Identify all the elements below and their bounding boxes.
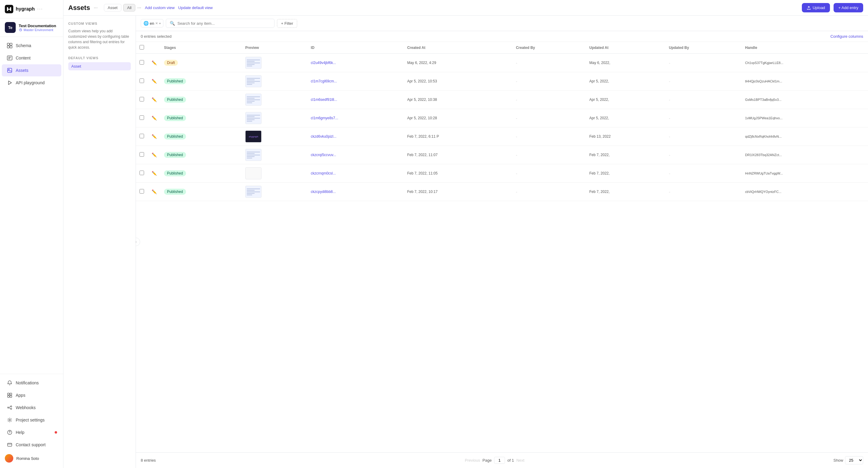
locale-chevron-icon[interactable]: ▾ <box>159 22 161 25</box>
user-item[interactable]: Romina Soto <box>0 451 63 466</box>
locale-code: en <box>150 21 154 26</box>
table-row: ✏️Published ckzcpydi8bb8...Feb 7, 2022, … <box>136 183 868 201</box>
row-edit-cell[interactable]: ✏️ <box>148 164 160 183</box>
sidebar-item-project-settings[interactable]: Project settings <box>2 414 61 426</box>
per-page-select[interactable]: 25 50 100 <box>845 456 863 464</box>
tab-all[interactable]: All <box>123 4 135 11</box>
view-item-asset[interactable]: Asset <box>68 62 131 70</box>
custom-views-title: CUSTOM VIEWS <box>68 22 131 25</box>
row-edit-cell[interactable]: ✏️ <box>148 91 160 109</box>
page-number-input[interactable] <box>494 457 505 464</box>
edit-icon[interactable]: ✏️ <box>152 97 157 102</box>
sidebar-item-label-apps: Apps <box>16 393 25 398</box>
sidebar-item-contact-support[interactable]: Contact support <box>2 439 61 451</box>
row-checkbox[interactable] <box>140 170 144 175</box>
filter-button[interactable]: + Filter <box>277 19 297 28</box>
locale-close-button[interactable]: ✕ <box>155 22 158 25</box>
row-preview-cell <box>242 164 307 183</box>
sidebar-item-api[interactable]: API playground <box>2 77 61 89</box>
add-custom-view-link[interactable]: Add custom view <box>145 5 175 10</box>
row-checkbox-cell[interactable] <box>136 146 148 164</box>
custom-views-description: Custom views help you add customized vie… <box>68 28 131 50</box>
row-edit-cell[interactable]: ✏️ <box>148 183 160 201</box>
row-created-by-cell: - <box>512 127 586 146</box>
row-checkbox-cell[interactable] <box>136 164 148 183</box>
row-stage-cell: Published <box>160 127 242 146</box>
row-id-cell: ckzcrnqm0csl... <box>307 164 403 183</box>
svg-rect-1 <box>7 43 9 45</box>
preview-thumbnail <box>245 149 261 161</box>
row-checkbox[interactable] <box>140 97 144 101</box>
edit-icon[interactable]: ✏️ <box>152 171 157 176</box>
select-all-checkbox[interactable] <box>140 45 144 50</box>
sidebar-item-content[interactable]: Content <box>2 52 61 64</box>
row-checkbox-cell[interactable] <box>136 91 148 109</box>
sidebar-item-assets[interactable]: Assets <box>2 64 61 76</box>
col-header-updated-at: Updated At <box>586 42 665 54</box>
edit-icon[interactable]: ✏️ <box>152 60 157 65</box>
add-entry-button[interactable]: + Add entry <box>834 3 863 12</box>
user-name: Romina Soto <box>16 456 39 461</box>
row-updated-at-cell: Feb 7, 2022, <box>586 183 665 201</box>
row-checkbox-cell[interactable] <box>136 72 148 91</box>
svg-rect-10 <box>7 396 9 397</box>
stage-badge: Published <box>164 78 186 84</box>
row-stage-cell: Published <box>160 72 242 91</box>
edit-icon[interactable]: ✏️ <box>152 79 157 84</box>
locale-selector[interactable]: 🌐 en ✕ ▾ <box>141 19 163 28</box>
table-body: ✏️Draft cl2u49v4jbf6k...May 6, 2022, 4:2… <box>136 54 868 201</box>
tabs-more[interactable]: ··· <box>137 5 141 10</box>
row-created-at-cell: May 6, 2022, 4:29 <box>403 54 512 72</box>
row-checkbox-cell[interactable] <box>136 54 148 72</box>
page-title-dots[interactable]: ··· <box>94 5 98 10</box>
row-edit-cell[interactable]: ✏️ <box>148 72 160 91</box>
header-tabs: Asset All ··· <box>104 4 141 11</box>
row-checkbox[interactable] <box>140 79 144 83</box>
row-checkbox[interactable] <box>140 152 144 157</box>
update-default-view-link[interactable]: Update default view <box>178 5 213 10</box>
row-checkbox[interactable] <box>140 115 144 120</box>
row-handle-cell: qdZj8cNxRqKhohh8vN... <box>741 127 868 146</box>
table-row: ✏️Published cl1m6sedf91l8...Apr 5, 2022,… <box>136 91 868 109</box>
workspace-section[interactable]: Te Test Documentation Master Environment <box>0 19 63 37</box>
stage-badge: Published <box>164 152 186 158</box>
upload-icon <box>807 6 811 10</box>
edit-icon[interactable]: ✏️ <box>152 116 157 121</box>
row-edit-cell[interactable]: ✏️ <box>148 127 160 146</box>
app-dots[interactable]: ··· <box>37 6 43 12</box>
row-checkbox[interactable] <box>140 189 144 193</box>
row-checkbox-cell[interactable] <box>136 109 148 127</box>
col-header-created-by: Created By <box>512 42 586 54</box>
select-all-header[interactable] <box>136 42 148 54</box>
search-box[interactable]: 🔍 <box>166 19 275 28</box>
next-page-link[interactable]: Next <box>517 458 525 463</box>
row-checkbox[interactable] <box>140 134 144 138</box>
sidebar-item-label-webhooks: Webhooks <box>16 405 36 410</box>
svg-point-15 <box>9 419 10 421</box>
previous-page-link[interactable]: Previous <box>465 458 480 463</box>
edit-icon[interactable]: ✏️ <box>152 189 157 194</box>
row-handle-cell: DR1IX283Tbq32ANZct... <box>741 146 868 164</box>
row-edit-cell[interactable]: ✏️ <box>148 54 160 72</box>
sidebar-item-help[interactable]: Help <box>2 426 61 438</box>
workspace-name: Test Documentation <box>19 24 56 28</box>
row-checkbox-cell[interactable] <box>136 127 148 146</box>
search-input[interactable] <box>177 21 271 26</box>
sidebar-item-apps[interactable]: Apps <box>2 389 61 401</box>
stage-badge: Published <box>164 133 186 139</box>
row-checkbox[interactable] <box>140 60 144 65</box>
table-row: ✏️Publishedckzcrnqm0csl...Feb 7, 2022, 1… <box>136 164 868 183</box>
row-checkbox-cell[interactable] <box>136 183 148 201</box>
table-header-row: Stages Preview ID Created At Created By … <box>136 42 868 54</box>
row-edit-cell[interactable]: ✏️ <box>148 146 160 164</box>
sidebar-item-schema[interactable]: Schema <box>2 39 61 52</box>
upload-button[interactable]: Upload <box>802 3 830 12</box>
row-edit-cell[interactable]: ✏️ <box>148 109 160 127</box>
sidebar-item-notifications[interactable]: Notifications <box>2 377 61 389</box>
edit-icon[interactable]: ✏️ <box>152 153 157 157</box>
col-header-preview: Preview <box>242 42 307 54</box>
sidebar-item-webhooks[interactable]: Webhooks <box>2 402 61 414</box>
configure-columns-link[interactable]: Configure columns <box>831 34 863 39</box>
edit-icon[interactable]: ✏️ <box>152 134 157 139</box>
tab-asset[interactable]: Asset <box>104 4 122 11</box>
